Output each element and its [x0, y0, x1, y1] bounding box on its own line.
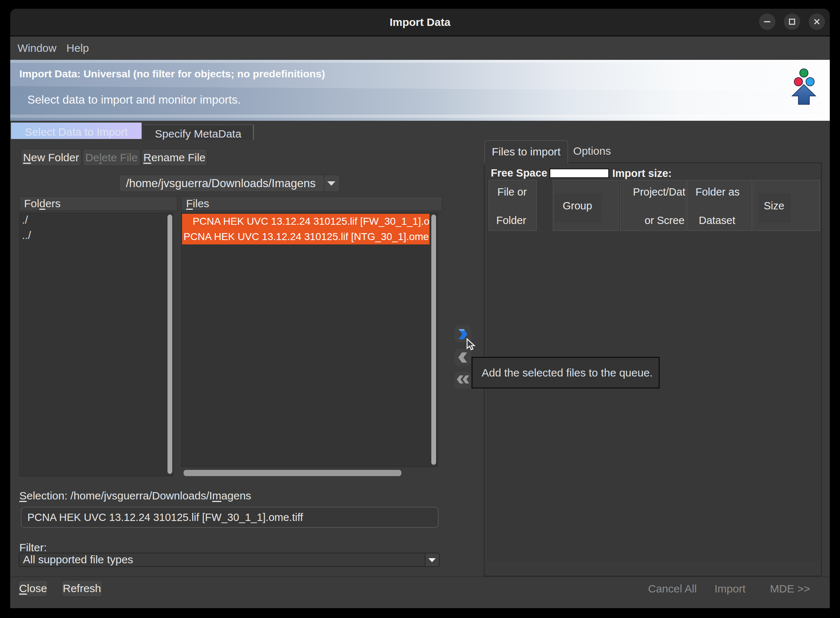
svg-text:Select data to import and moni: Select data to import and monitor import… — [27, 93, 241, 106]
svg-text:Import Data: Universal (no fil: Import Data: Universal (no filter for ob… — [19, 68, 325, 80]
